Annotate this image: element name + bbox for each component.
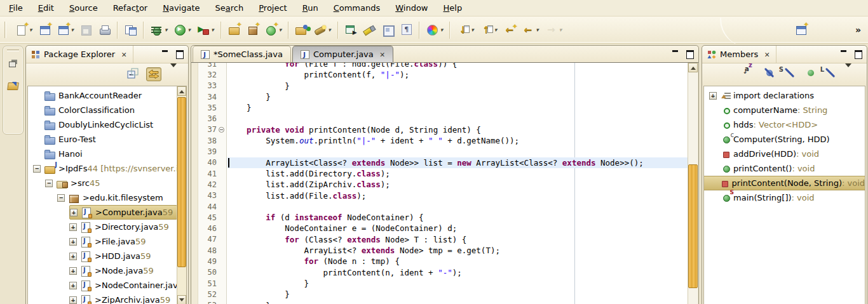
minimize-button[interactable] [671, 49, 681, 58]
code-line-38[interactable]: System.out.println("|-" + ident + " " + … [227, 135, 688, 146]
fold-column[interactable] [218, 135, 226, 146]
back-history-button[interactable]: ←▾ [520, 22, 540, 37]
member-item-computer-string-hdd-[interactable]: Computer(String, HDD) [704, 132, 865, 147]
code-line-33[interactable]: } [227, 81, 688, 91]
editor-scrollbar[interactable] [688, 63, 698, 304]
new-wizard-button[interactable]: ▾ [14, 22, 34, 37]
code-line-34[interactable]: } [227, 91, 688, 102]
code-line-50[interactable]: printContent(n, ident + "-"); [227, 267, 688, 278]
gutter-line[interactable]: 50 [198, 267, 226, 278]
minimize-button[interactable] [161, 49, 170, 58]
scrollbar-thumb[interactable] [688, 164, 698, 288]
annotation-ruler[interactable] [192, 63, 198, 304]
menu-file[interactable]: File [1, 1, 31, 15]
gutter-line[interactable]: 46 [198, 223, 226, 234]
fold-column[interactable] [218, 168, 226, 179]
code-area[interactable]: for (File f : hdd.get(File.class)) { pri… [227, 63, 688, 304]
fold-column[interactable] [218, 234, 226, 245]
expander-icon[interactable]: + [70, 209, 78, 216]
code-line-52[interactable]: } [227, 289, 688, 300]
gutter-line[interactable]: 38 [198, 135, 226, 146]
toggle-highlight-button[interactable] [362, 22, 377, 37]
link-with-editor-button[interactable] [146, 67, 161, 81]
gutter-line[interactable]: 49 [198, 256, 226, 267]
expander-icon[interactable]: + [69, 238, 77, 246]
fold-column[interactable] [218, 102, 226, 113]
code-line-40[interactable]: ArrayList<Class<? extends Node>> list = … [227, 157, 688, 168]
dropdown-arrow-icon[interactable]: ▾ [211, 27, 214, 33]
members-hide-fields-button[interactable] [764, 67, 779, 81]
expander-icon[interactable]: − [57, 194, 65, 202]
new-window-button[interactable] [37, 22, 52, 37]
fold-column[interactable] [218, 157, 226, 168]
expander-icon[interactable]: + [709, 92, 717, 100]
tree-item-bankaccountreader[interactable]: BankAccountReader [33, 88, 146, 103]
fold-column[interactable] [218, 91, 226, 102]
tree-item-src[interactable]: −> src 45 [45, 176, 104, 190]
tree-item-edu-kit-filesystem[interactable]: −> edu.kit.filesystem [57, 190, 167, 205]
expander-icon[interactable]: + [69, 282, 77, 289]
code-line-43[interactable]: list.add(File.class); [227, 190, 688, 201]
scroll-up-button[interactable] [688, 63, 698, 72]
gutter-line[interactable]: 32 [198, 69, 226, 80]
fold-column[interactable] [218, 190, 226, 201]
dropdown-arrow-icon[interactable]: ▾ [471, 27, 474, 33]
fold-column[interactable] [218, 81, 226, 91]
gutter-line[interactable]: 52 [198, 289, 226, 300]
fold-column[interactable] [218, 179, 226, 190]
line-number-gutter[interactable]: 3132333435363738394041424344454647484950… [198, 63, 227, 304]
close-icon[interactable]: ✕ [380, 50, 385, 59]
gutter-line[interactable]: 44 [198, 201, 226, 212]
members-hide-local-types-button[interactable] [825, 67, 840, 81]
fold-collapse-icon[interactable] [219, 127, 224, 133]
expander-icon[interactable]: + [69, 267, 77, 275]
view-menu-button[interactable] [166, 67, 182, 81]
gutter-line[interactable]: 41 [198, 168, 226, 179]
fold-column[interactable] [218, 63, 226, 69]
menu-navigate[interactable]: Navigate [155, 1, 207, 15]
tree-item-node-java[interactable]: +> Node.java 59 [69, 263, 158, 278]
fold-column[interactable] [218, 201, 226, 212]
fold-column[interactable] [218, 300, 226, 304]
member-item-hdds[interactable]: hdds : Vector<HDD> [704, 117, 865, 132]
editor-tab-computer[interactable]: Computer.java ✕ [292, 46, 393, 62]
gutter-line[interactable]: 37 [198, 124, 226, 135]
dropdown-arrow-icon[interactable]: ▾ [440, 27, 444, 33]
members-show-public-members-button[interactable] [804, 67, 820, 81]
run-button[interactable]: ▾ [173, 22, 193, 37]
gutter-line[interactable]: 33 [198, 81, 226, 91]
collapse-all-button[interactable] [126, 67, 141, 81]
open-perspective-button[interactable] [794, 22, 808, 37]
fold-column[interactable] [218, 124, 226, 135]
open-windows-button[interactable] [123, 22, 138, 37]
package-explorer-scrollbar[interactable] [177, 86, 186, 304]
menu-refactor[interactable]: Refactor [105, 1, 156, 15]
new-java-class-button[interactable]: ▾ [264, 22, 283, 37]
code-line-48[interactable]: ArrayList<? extends Node> tmp = e.get(T)… [227, 245, 688, 256]
debug-button[interactable]: ▾ [149, 22, 169, 37]
gutter-line[interactable]: 40 [198, 157, 226, 168]
expander-icon[interactable]: − [33, 165, 41, 173]
code-line-32[interactable]: printContent(f, "|-"); [227, 69, 688, 80]
gutter-line[interactable]: 31 [198, 63, 226, 69]
member-item-printcontent-node-string-[interactable]: printContent(Node, String) : void [704, 176, 865, 190]
gutter-line[interactable]: 47 [198, 234, 226, 245]
menu-project[interactable]: Project [251, 1, 295, 15]
gutter-line[interactable]: 45 [198, 212, 226, 223]
gutter-line[interactable]: 36 [198, 113, 226, 124]
print-button[interactable] [97, 22, 112, 37]
maximize-button[interactable] [685, 49, 695, 58]
fold-column[interactable] [218, 278, 226, 289]
tree-item-nodecontainer-java[interactable]: +> NodeContainer.java 59 [69, 278, 177, 293]
scroll-down-button[interactable] [177, 295, 186, 304]
new-view-button[interactable]: ▾ [56, 22, 76, 37]
member-item-import-declarations[interactable]: +import declarations [704, 88, 865, 103]
run-external-button[interactable]: ▾ [196, 22, 215, 37]
perspective-overflow-chevron[interactable]: » [855, 25, 860, 35]
minimize-button[interactable] [839, 49, 849, 58]
gutter-line[interactable]: 39 [198, 146, 226, 157]
dropdown-arrow-icon[interactable]: ▾ [188, 27, 191, 33]
expander-icon[interactable]: + [69, 223, 77, 231]
code-line-47[interactable]: for (Class<? extends Node> T : list) { [227, 234, 688, 245]
show-whitespace-button[interactable] [399, 22, 414, 37]
